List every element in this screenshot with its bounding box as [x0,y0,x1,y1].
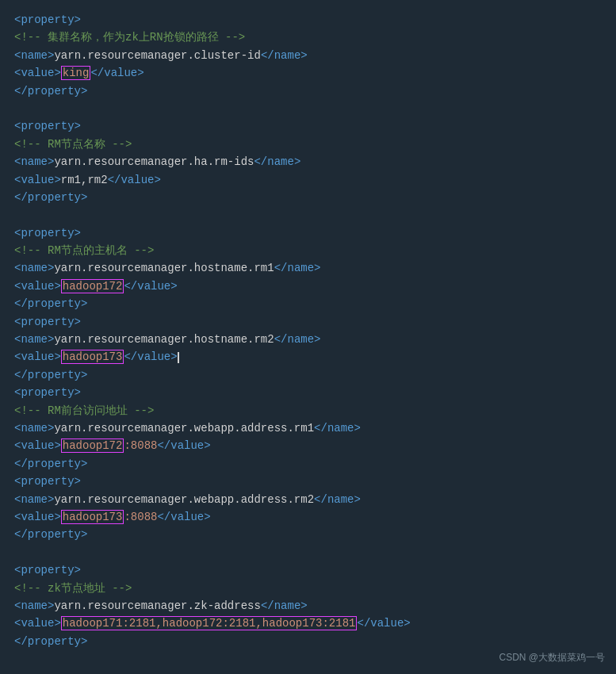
code-line: <value>hadoop171:2181,hadoop172:2181,had… [14,615,602,632]
code-line: <value>hadoop172:8088</value> [14,437,602,454]
highlighted-value: hadoop173 [61,350,124,364]
code-line: <value>hadoop173</value> [14,348,602,366]
code-line: <name>yarn.resourcemanager.ha.rm-ids</na… [14,153,602,170]
code-line [14,100,602,117]
code-line: <name>yarn.resourcemanager.cluster-id</n… [14,47,602,64]
code-line: <name>yarn.resourcemanager.hostname.rm1<… [14,259,602,277]
code-line: <value>king</value> [14,64,602,82]
code-line: <property> [14,11,602,29]
code-line: <property> [14,473,602,490]
code-line: <value>rm1,rm2</value> [14,171,602,189]
highlighted-value-long: hadoop171:2181,hadoop172:2181,hadoop173:… [61,616,358,630]
code-line: </property> [14,526,602,543]
code-line: <!-- RM前台访问地址 --> [14,402,602,419]
code-line: </property> [14,455,602,473]
code-line: </property> [14,189,602,206]
highlighted-value: hadoop172 [61,279,124,293]
code-editor: <property><!-- 集群名称，作为zk上RN抢锁的路径 --><nam… [0,6,616,655]
code-line: <!-- RM节点的主机名 --> [14,242,602,259]
watermark: CSDN @大数据菜鸡一号 [499,651,605,664]
code-line: <property> [14,117,602,135]
code-line: <name>yarn.resourcemanager.hostname.rm2<… [14,331,602,348]
code-line [14,544,602,561]
code-line: <!-- RM节点名称 --> [14,136,602,153]
code-line: <!-- zk节点地址 --> [14,580,602,597]
code-line: <name>yarn.resourcemanager.zk-address</n… [14,597,602,615]
code-line: </property> [14,82,602,100]
code-line: <!-- 集群名称，作为zk上RN抢锁的路径 --> [14,29,602,46]
highlighted-value: hadoop173 [61,510,124,524]
code-line: <property> [14,313,602,331]
highlighted-value: hadoop172 [61,438,124,453]
code-line [14,206,602,224]
code-line: <value>hadoop172</value> [14,278,602,295]
highlighted-value: king [61,66,91,80]
code-line: <name>yarn.resourcemanager.webapp.addres… [14,491,602,508]
code-line: <name>yarn.resourcemanager.webapp.addres… [14,419,602,437]
code-line: </property> [14,366,602,384]
code-line: </property> [14,295,602,312]
code-line: <property> [14,384,602,401]
code-line: <property> [14,561,602,579]
code-line: </property> [14,633,602,650]
code-line: <value>hadoop173:8088</value> [14,508,602,526]
code-line: <property> [14,224,602,242]
